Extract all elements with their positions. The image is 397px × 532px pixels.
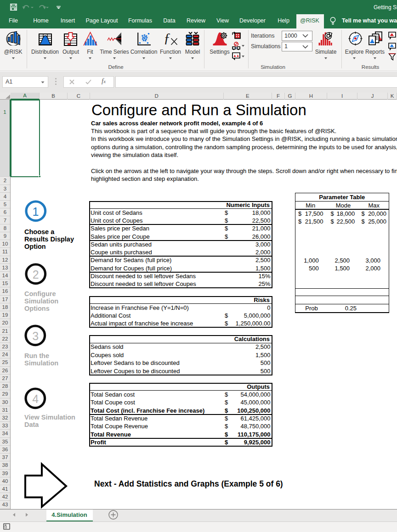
svg-text:ƒ: ƒ [164, 31, 170, 45]
